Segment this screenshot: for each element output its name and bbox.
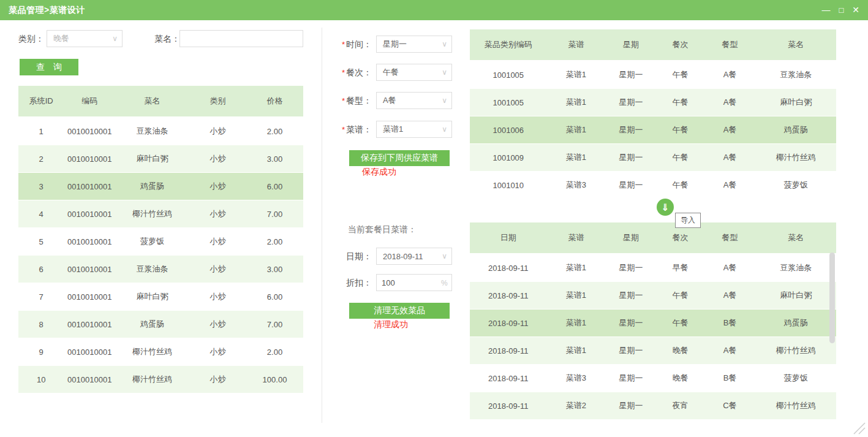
table-row[interactable]: 2018-09-11菜谱3星期一晚餐B餐菠萝饭	[470, 365, 836, 392]
table-row[interactable]: 2018-09-11菜谱2星期一夜宵C餐椰汁竹丝鸡	[470, 392, 836, 420]
table-row[interactable]: 40010010001椰汁竹丝鸡小炒7.00	[18, 200, 303, 228]
table-cell: 星期一	[605, 254, 657, 282]
table-cell: 午餐	[657, 172, 704, 199]
table-cell: 小炒	[189, 173, 246, 200]
table-row[interactable]: 2018-09-11菜谱1星期一早餐A餐豆浆油条	[470, 254, 836, 282]
table-cell: 1001009	[470, 144, 547, 172]
table-header-row: 日期菜谱星期餐次餐型菜名	[470, 222, 836, 254]
table-cell: 星期一	[605, 392, 657, 420]
table-row[interactable]: 2018-09-11菜谱1星期一晚餐A餐椰汁竹丝鸡	[470, 337, 836, 365]
column-header: 菜谱	[547, 29, 606, 61]
category-label: 类别：	[18, 30, 44, 47]
table-cell: A餐	[704, 337, 756, 365]
table-row[interactable]: 1001006菜谱1星期一午餐A餐鸡蛋肠	[470, 116, 836, 144]
dish-name-label: 菜名：	[154, 30, 180, 47]
table-row[interactable]: 1001005菜谱1星期一午餐A餐豆浆油条	[470, 61, 836, 89]
meal-select[interactable]: 午餐 ∨	[376, 64, 452, 81]
dish-name-input[interactable]	[179, 30, 303, 47]
table-cell: 2018-09-11	[470, 365, 547, 392]
table-row[interactable]: 80010010001鸡蛋肠小炒7.00	[18, 311, 303, 338]
title-bar: 菜品管理>菜谱设计 — □ ✕	[0, 0, 868, 20]
table-cell: 0010010001	[64, 338, 115, 366]
table-cell: 豆浆油条	[115, 256, 189, 283]
table-row[interactable]: 20010010001麻叶白粥小炒3.00	[18, 145, 303, 173]
table-row[interactable]: 1001009菜谱1星期一午餐A餐椰汁竹丝鸡	[470, 144, 836, 172]
column-header: 编码	[64, 86, 115, 117]
date-select[interactable]: 2018-09-11 ∨	[376, 248, 452, 265]
table-cell: 2.00	[246, 338, 303, 366]
table-cell: 1001005	[470, 61, 547, 89]
table-row[interactable]: 30010010001鸡蛋肠小炒6.00	[18, 173, 303, 200]
maximize-button[interactable]: □	[839, 0, 843, 20]
table-row[interactable]: 10010010001豆浆油条小炒2.00	[18, 117, 303, 145]
table-cell: 菠萝饭	[755, 172, 836, 199]
chevron-down-icon: ∨	[442, 248, 447, 264]
minimize-button[interactable]: —	[821, 0, 830, 20]
time-select[interactable]: 星期一 ∨	[376, 36, 452, 53]
table-row[interactable]: 2018-09-11菜谱1星期一午餐A餐麻叶白粥	[470, 282, 836, 310]
table-cell: 3.00	[246, 145, 303, 173]
table-row[interactable]: 60010010001豆浆油条小炒3.00	[18, 256, 303, 283]
time-label: *时间：	[328, 36, 372, 53]
double-down-arrow-icon: ⇓	[661, 202, 669, 213]
current-daily-menu-label: 当前套餐日菜谱：	[348, 224, 417, 235]
table-cell: 9	[18, 338, 64, 366]
menu-select[interactable]: 菜谱1 ∨	[376, 121, 452, 138]
table-cell: 6.00	[246, 173, 303, 200]
import-button[interactable]: ⇓	[657, 199, 674, 216]
required-mark: *	[342, 40, 345, 49]
date-label: 日期：	[328, 248, 372, 265]
table-cell: 小炒	[189, 366, 246, 393]
table-header-row: 菜品类别编码菜谱星期餐次餐型菜名	[470, 29, 836, 61]
table-cell: 鸡蛋肠	[115, 173, 189, 200]
table-cell: 小炒	[189, 200, 246, 228]
table-cell: 菠萝饭	[755, 365, 836, 392]
close-button[interactable]: ✕	[852, 0, 859, 20]
table-row[interactable]: 90010010001椰汁竹丝鸡小炒2.00	[18, 338, 303, 366]
table-cell: 豆浆油条	[755, 254, 836, 282]
table-row[interactable]: 70010010001麻叶白粥小炒6.00	[18, 283, 303, 311]
resize-grip-icon[interactable]	[853, 420, 866, 435]
table-cell: 星期一	[605, 89, 657, 116]
table-cell: 椰汁竹丝鸡	[115, 200, 189, 228]
table-row[interactable]: 2018-09-11菜谱1星期一午餐B餐鸡蛋肠	[470, 310, 836, 337]
chevron-down-icon: ∨	[442, 121, 447, 137]
column-header: 菜名	[755, 222, 836, 254]
panel-divider	[322, 28, 322, 423]
table-row[interactable]: 1001005菜谱1星期一午餐A餐麻叶白粥	[470, 89, 836, 116]
table-cell: 鸡蛋肠	[115, 311, 189, 338]
percent-suffix: %	[441, 279, 448, 287]
table-row[interactable]: 100010010001椰汁竹丝鸡小炒100.00	[18, 366, 303, 393]
table-row[interactable]: 50010010001菠萝饭小炒2.00	[18, 228, 303, 256]
meal-type-select[interactable]: A餐 ∨	[376, 92, 452, 109]
table-cell: 椰汁竹丝鸡	[755, 392, 836, 420]
table-cell: 菜谱1	[547, 61, 606, 89]
table-cell: 椰汁竹丝鸡	[755, 144, 836, 172]
meal-type-label: *餐型：	[328, 92, 372, 109]
weekly-menu-table: 菜品类别编码菜谱星期餐次餐型菜名1001005菜谱1星期一午餐A餐豆浆油条100…	[470, 29, 836, 199]
table-cell: 菜谱1	[547, 116, 606, 144]
table-cell: 椰汁竹丝鸡	[755, 337, 836, 365]
category-select[interactable]: 晚餐 ∨	[47, 30, 123, 47]
required-mark: *	[342, 96, 345, 105]
table-row[interactable]: 1001010菜谱3星期一午餐A餐菠萝饭	[470, 172, 836, 199]
clean-invalid-button[interactable]: 清理无效菜品	[349, 303, 450, 319]
table-cell: 2018-09-11	[470, 282, 547, 310]
vertical-scrollbar-thumb[interactable]	[829, 253, 835, 343]
meal-label: *餐次：	[328, 64, 372, 81]
table-cell: 菜谱1	[547, 89, 606, 116]
save-next-week-button[interactable]: 保存到下周供应菜谱	[349, 150, 450, 166]
table-cell: 午餐	[657, 282, 704, 310]
table-cell: 10	[18, 366, 64, 393]
column-header: 星期	[605, 29, 657, 61]
table-cell: 小炒	[189, 338, 246, 366]
table-cell: 晚餐	[657, 337, 704, 365]
table-cell: 星期一	[605, 310, 657, 337]
query-button[interactable]: 查 询	[20, 59, 78, 75]
table-cell: 0010010001	[64, 200, 115, 228]
table-cell: 2018-09-11	[470, 310, 547, 337]
table-cell: A餐	[704, 282, 756, 310]
save-status-text: 保存成功	[362, 167, 396, 178]
column-header: 星期	[605, 222, 657, 254]
table-cell: 2018-09-11	[470, 337, 547, 365]
